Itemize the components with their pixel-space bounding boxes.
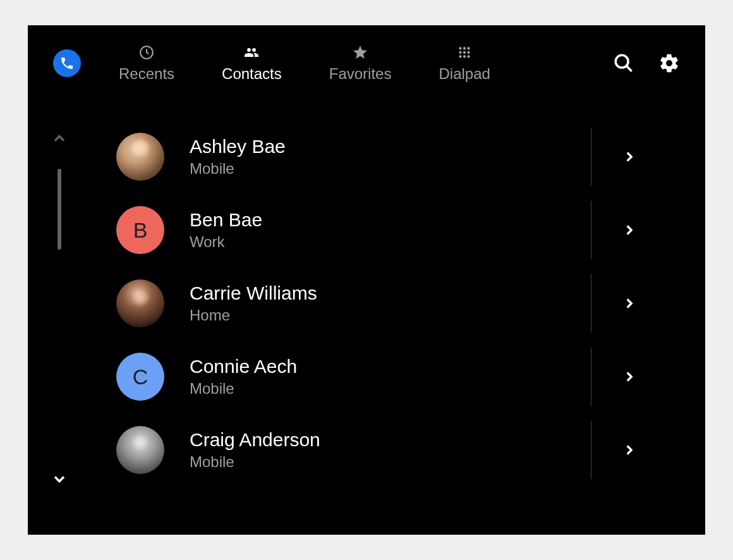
contact-sub: Mobile bbox=[190, 160, 591, 178]
contact-row[interactable]: Ashley Bae Mobile bbox=[116, 120, 667, 193]
contact-detail-button[interactable] bbox=[591, 222, 667, 238]
contact-name: Ashley Bae bbox=[190, 136, 591, 157]
contact-text: Connie Aech Mobile bbox=[190, 356, 591, 398]
svg-point-4 bbox=[459, 51, 461, 54]
people-icon bbox=[242, 45, 261, 60]
svg-point-2 bbox=[463, 47, 466, 49]
contact-detail-button[interactable] bbox=[591, 295, 667, 312]
contact-name: Connie Aech bbox=[190, 356, 591, 377]
svg-line-11 bbox=[626, 66, 632, 71]
contact-detail-button[interactable] bbox=[591, 368, 667, 385]
tab-contacts[interactable]: Contacts bbox=[222, 44, 282, 83]
row-divider bbox=[591, 201, 591, 259]
contact-text: Craig Anderson Mobile bbox=[190, 429, 591, 471]
avatar bbox=[116, 426, 164, 474]
scroll-hint-bar bbox=[47, 130, 72, 490]
contact-sub: Mobile bbox=[190, 453, 591, 471]
chevron-right-icon bbox=[621, 222, 638, 238]
contact-row[interactable]: Craig Anderson Mobile bbox=[116, 413, 667, 487]
svg-point-5 bbox=[463, 51, 466, 54]
tab-dialpad[interactable]: Dialpad bbox=[439, 44, 490, 83]
contact-text: Ben Bae Work bbox=[190, 209, 591, 251]
scroll-down-button[interactable] bbox=[51, 470, 68, 490]
contact-name: Ben Bae bbox=[190, 209, 591, 231]
svg-point-7 bbox=[459, 55, 461, 58]
dialpad-icon bbox=[456, 44, 473, 61]
search-icon bbox=[613, 52, 634, 74]
star-icon bbox=[352, 44, 368, 61]
chevron-up-icon bbox=[51, 130, 68, 147]
contact-row[interactable]: Carrie Williams Home bbox=[116, 267, 667, 340]
settings-button[interactable] bbox=[658, 52, 680, 74]
svg-point-9 bbox=[467, 55, 469, 58]
chevron-down-icon bbox=[51, 470, 68, 488]
contact-sub: Home bbox=[190, 307, 591, 324]
svg-point-3 bbox=[467, 47, 469, 49]
tab-label: Dialpad bbox=[439, 65, 490, 83]
chevron-right-icon bbox=[621, 149, 638, 165]
gear-icon bbox=[658, 52, 680, 74]
avatar: C bbox=[116, 353, 164, 401]
contacts-list[interactable]: Ashley Bae Mobile B Ben Bae Work bbox=[116, 120, 667, 535]
contact-text: Carrie Williams Home bbox=[190, 283, 591, 324]
header-actions bbox=[613, 52, 680, 74]
header-bar: Recents Contacts Favorites Dialpad bbox=[28, 25, 705, 101]
tab-favorites[interactable]: Favorites bbox=[329, 44, 392, 83]
contact-row[interactable]: C Connie Aech Mobile bbox=[116, 340, 667, 413]
dialer-app: Recents Contacts Favorites Dialpad bbox=[28, 25, 705, 535]
row-divider bbox=[591, 421, 591, 479]
scrollbar-thumb[interactable] bbox=[58, 169, 61, 250]
svg-point-8 bbox=[463, 55, 466, 58]
contact-name: Carrie Williams bbox=[190, 283, 591, 304]
tabs: Recents Contacts Favorites Dialpad bbox=[119, 44, 490, 83]
search-button[interactable] bbox=[613, 52, 634, 74]
contact-text: Ashley Bae Mobile bbox=[190, 136, 591, 178]
scroll-up-button[interactable] bbox=[51, 130, 68, 150]
row-divider bbox=[591, 348, 591, 406]
contact-sub: Work bbox=[190, 233, 591, 251]
tab-label: Favorites bbox=[329, 65, 392, 83]
svg-point-1 bbox=[459, 47, 461, 49]
phone-fab-button[interactable] bbox=[53, 49, 81, 77]
svg-point-6 bbox=[467, 51, 469, 54]
row-divider bbox=[591, 128, 591, 186]
phone-icon bbox=[59, 56, 75, 71]
tab-label: Contacts bbox=[222, 65, 282, 83]
clock-icon bbox=[138, 44, 155, 61]
row-divider bbox=[591, 274, 591, 332]
svg-point-10 bbox=[615, 55, 628, 68]
avatar: B bbox=[116, 206, 164, 254]
avatar bbox=[116, 133, 164, 181]
contact-name: Craig Anderson bbox=[190, 429, 591, 451]
contact-row[interactable]: B Ben Bae Work bbox=[116, 193, 667, 267]
avatar bbox=[116, 279, 164, 327]
chevron-right-icon bbox=[621, 368, 638, 385]
contact-detail-button[interactable] bbox=[591, 149, 667, 165]
avatar-letter: B bbox=[133, 218, 148, 243]
chevron-right-icon bbox=[621, 442, 638, 458]
contact-sub: Mobile bbox=[190, 380, 591, 398]
content-area: Ashley Bae Mobile B Ben Bae Work bbox=[28, 101, 705, 535]
avatar-letter: C bbox=[133, 365, 148, 389]
tab-label: Recents bbox=[119, 65, 174, 83]
contact-detail-button[interactable] bbox=[591, 442, 667, 458]
tab-recents[interactable]: Recents bbox=[119, 44, 174, 83]
chevron-right-icon bbox=[621, 295, 638, 312]
